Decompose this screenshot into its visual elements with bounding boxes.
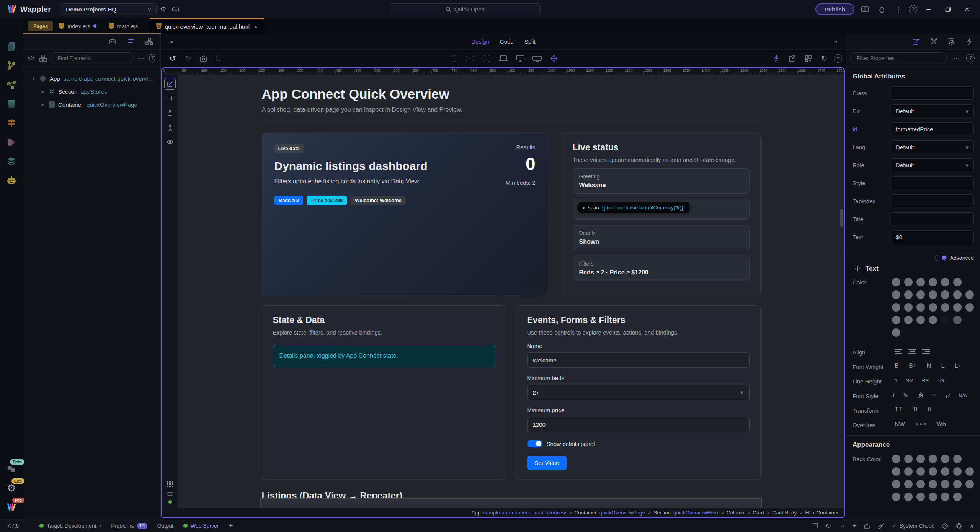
- target-selector[interactable]: Target: Development ▾: [39, 523, 101, 529]
- color-swatch[interactable]: [904, 493, 913, 501]
- lang-select[interactable]: Default∨: [891, 140, 974, 153]
- color-swatch[interactable]: [904, 278, 913, 286]
- help-icon[interactable]: ?: [834, 54, 842, 63]
- breadcrumb-type[interactable]: Card Body: [773, 510, 797, 516]
- details-box[interactable]: Details Shown: [573, 225, 750, 250]
- redo-icon[interactable]: ↻: [181, 52, 194, 65]
- state-data-card[interactable]: State & Data Explore state, filters, and…: [262, 305, 506, 480]
- preview-eye-icon[interactable]: [164, 136, 176, 148]
- tablet-landscape-icon[interactable]: [463, 52, 476, 65]
- project-selector[interactable]: Demo Projects HQ ∨: [61, 3, 157, 15]
- tab-split[interactable]: Split: [524, 38, 536, 45]
- inspect-info-icon[interactable]: [164, 107, 176, 119]
- color-swatch[interactable]: [929, 278, 937, 286]
- color-swatch[interactable]: [953, 480, 962, 488]
- workflows-rail-icon[interactable]: [3, 75, 20, 94]
- breadcrumb-type[interactable]: Card: [753, 510, 764, 516]
- breadcrumb-type[interactable]: Section: [653, 510, 671, 516]
- minimum-price-box[interactable]: ‹ span {{minPrice.value.formatCurrency('…: [573, 199, 750, 220]
- open-in-browser-icon[interactable]: [786, 52, 799, 65]
- advanced-toggle[interactable]: [935, 255, 947, 261]
- element-popover[interactable]: ‹ span {{minPrice.value.formatCurrency('…: [578, 202, 690, 213]
- name-input[interactable]: [527, 352, 750, 368]
- breadcrumb-type[interactable]: Column: [727, 510, 745, 516]
- design-tools-icon[interactable]: [927, 35, 940, 48]
- webserver-button[interactable]: Web Server: [183, 523, 219, 529]
- cleanup-broom-icon[interactable]: [878, 523, 884, 529]
- ai-robot-rail-icon[interactable]: [3, 171, 20, 190]
- price-chip[interactable]: Price ≥ $1200: [307, 196, 347, 205]
- find-elements-input[interactable]: [51, 52, 133, 64]
- styles-rail-icon[interactable]: [3, 132, 20, 152]
- row-element-block[interactable]: Row: [260, 498, 762, 508]
- color-swatch[interactable]: [916, 455, 925, 463]
- refresh-view-icon[interactable]: ↻: [818, 52, 831, 65]
- grid-toggle-icon[interactable]: [167, 481, 173, 487]
- app-connect-bolt-icon[interactable]: [769, 52, 782, 65]
- sparkles-icon[interactable]: ✦: [852, 522, 857, 529]
- color-swatch[interactable]: [941, 316, 949, 324]
- collapse-chevron-icon[interactable]: ▸: [41, 89, 45, 94]
- text-input[interactable]: [891, 230, 974, 243]
- color-swatch[interactable]: [929, 290, 937, 299]
- color-swatch[interactable]: [941, 303, 949, 312]
- edit-pencil-icon[interactable]: [164, 78, 176, 90]
- phone-device-icon[interactable]: [446, 52, 459, 65]
- color-swatch[interactable]: [916, 278, 925, 286]
- more-options-icon[interactable]: ⋯: [137, 52, 145, 65]
- help-icon[interactable]: ?: [966, 54, 975, 62]
- tab-code[interactable]: Code: [500, 38, 514, 45]
- color-swatch[interactable]: [916, 493, 925, 501]
- toolbar-toggle-icon[interactable]: [167, 492, 173, 496]
- color-swatch[interactable]: [892, 278, 900, 286]
- eraser-icon[interactable]: [942, 523, 948, 529]
- desktop-device-icon[interactable]: [514, 52, 527, 65]
- color-swatch[interactable]: [916, 303, 925, 312]
- minimum-price-input[interactable]: [527, 417, 750, 432]
- tree-item-container[interactable]: ▸ Container quickOverviewPage: [23, 98, 160, 111]
- collapse-chevron-icon[interactable]: ▸: [41, 102, 45, 107]
- tab-close-icon[interactable]: ×: [254, 23, 258, 30]
- color-swatch[interactable]: [904, 480, 913, 488]
- color-swatch[interactable]: [953, 493, 962, 501]
- screenshot-camera-icon[interactable]: [197, 52, 210, 65]
- system-check-button[interactable]: ✓ System Check: [892, 523, 934, 529]
- filter-properties-input[interactable]: [850, 52, 947, 64]
- color-swatch[interactable]: [965, 303, 974, 312]
- undo-icon[interactable]: ↺: [166, 52, 179, 65]
- color-swatch[interactable]: [892, 328, 900, 337]
- highlighter-icon[interactable]: ✎: [903, 392, 908, 399]
- live-status-card[interactable]: Live status These values update automati…: [562, 133, 761, 295]
- color-swatch[interactable]: [929, 316, 937, 324]
- accessibility-tool-icon[interactable]: [164, 122, 176, 133]
- theme-droplet-icon[interactable]: [875, 3, 888, 16]
- overflow-ellipsis[interactable]: ∘∘∘: [915, 421, 926, 428]
- hero-subtitle[interactable]: Filters update the listing cards instant…: [274, 178, 428, 185]
- tab-index-ejs[interactable]: 5 index.ejs: [53, 18, 102, 34]
- output-button[interactable]: Output: [157, 523, 173, 529]
- problems-button[interactable]: Problems 1/1: [111, 523, 147, 529]
- tab-main-ejs[interactable]: 5 main.ejs: [103, 18, 145, 34]
- font-weight-normal[interactable]: N: [927, 362, 931, 369]
- color-swatch[interactable]: [941, 290, 949, 299]
- text-width-icon[interactable]: ⇄: [945, 392, 950, 399]
- color-swatch[interactable]: [904, 290, 913, 299]
- color-swatch[interactable]: [892, 303, 900, 312]
- quick-open-search[interactable]: Quick Open: [390, 3, 541, 15]
- git-rail-icon[interactable]: [3, 56, 20, 75]
- role-select[interactable]: Default∨: [891, 158, 974, 171]
- breadcrumb-type[interactable]: App: [471, 510, 480, 516]
- kebab-menu-icon[interactable]: ⋮: [892, 3, 905, 16]
- color-swatch[interactable]: [941, 278, 949, 286]
- color-swatch[interactable]: [904, 303, 913, 312]
- stop-icon[interactable]: [813, 523, 818, 528]
- more-options-icon[interactable]: ⋯: [839, 523, 844, 529]
- color-swatch[interactable]: [916, 290, 925, 299]
- state-data-title[interactable]: State & Data: [273, 315, 495, 325]
- color-swatch[interactable]: [916, 316, 925, 324]
- welcome-chip[interactable]: Welcome: Welcome: [351, 196, 406, 205]
- collapse-statusbar-icon[interactable]: ∧: [970, 522, 974, 529]
- font-weight-bold[interactable]: B: [895, 362, 899, 369]
- color-swatch[interactable]: [929, 493, 937, 501]
- settings-gear-icon[interactable]: ⚙: [157, 3, 170, 16]
